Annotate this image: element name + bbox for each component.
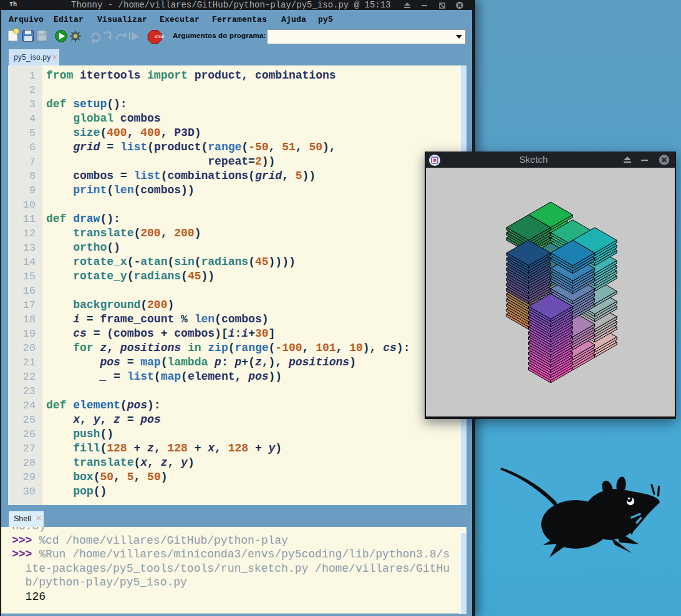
svg-text:STOP: STOP: [155, 35, 164, 39]
